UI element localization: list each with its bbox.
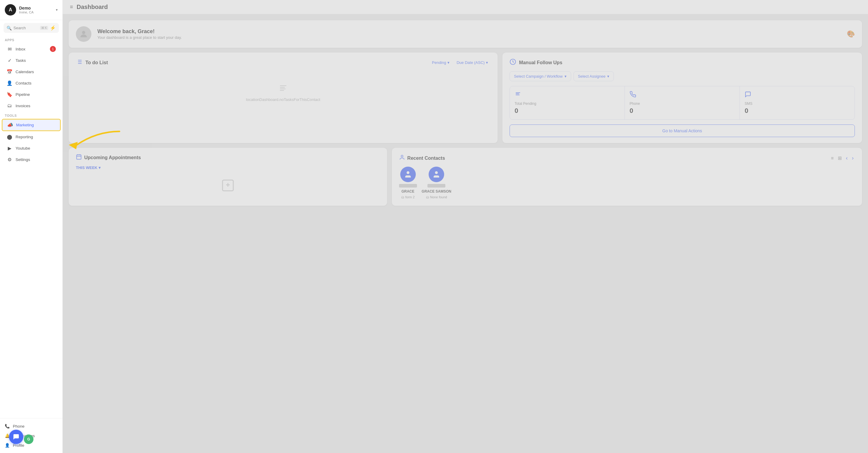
prev-contacts-btn[interactable]: ‹ — [845, 154, 849, 162]
followups-icon — [509, 59, 516, 67]
pipeline-icon: 🔖 — [7, 92, 12, 97]
invoices-icon: 🗂 — [7, 103, 12, 108]
campaign-workflow-label: Select Campaign / Workflow — [514, 74, 563, 78]
chat-bubble-btn[interactable] — [9, 430, 23, 444]
due-date-filter-btn[interactable]: Due Date (ASC) ▾ — [454, 59, 491, 66]
bottom-grid: Upcoming Appointments THIS WEEK ▾ Recent… — [69, 148, 862, 206]
sidebar-nav: Apps ✉ Inbox 1 ✓ Tasks 📅 Calendars 👤 Con… — [0, 36, 62, 453]
goto-manual-actions-btn[interactable]: Go to Manual Actions — [509, 125, 855, 137]
contact-item-grace-samson[interactable]: GRACE SAMSON 🗂 None found — [422, 167, 451, 199]
followup-selects: Select Campaign / Workflow ▾ Select Assi… — [509, 71, 855, 81]
inbox-icon: ✉ — [7, 46, 12, 52]
todo-card: To do List Pending ▾ Due Date (ASC) ▾ — [69, 53, 498, 143]
search-label: Search — [13, 26, 38, 30]
sidebar-item-youtube[interactable]: ▶ Youtube — [2, 143, 61, 154]
chevron-down-icon: ▾ — [564, 74, 567, 78]
appointments-header: Upcoming Appointments — [76, 154, 380, 161]
contact-name-blur — [399, 184, 417, 188]
contact-meta: 🗂 form 2 — [401, 195, 414, 199]
welcome-greeting: Welcome back, Grace! — [97, 28, 182, 35]
user-info: Demo Irvine, CA — [19, 6, 53, 14]
user-name: Demo — [19, 6, 53, 10]
main-content: ≡ Dashboard Welcome back, Grace! Your da… — [63, 0, 868, 453]
sidebar-item-label: Invoices — [16, 104, 30, 108]
appointments-title: Upcoming Appointments — [84, 155, 141, 160]
todo-empty-state: locationDashboard.noTasksForThisContact — [76, 71, 491, 114]
sidebar-header[interactable]: A Demo Irvine, CA ▾ — [0, 0, 62, 20]
welcome-text: Welcome back, Grace! Your dashboard is a… — [97, 28, 182, 40]
reporting-icon: ⬤ — [7, 134, 12, 140]
welcome-subtitle: Your dashboard is a great place to start… — [97, 35, 182, 40]
chevron-icon: ▾ — [447, 60, 450, 65]
sidebar-item-reporting[interactable]: ⬤ Reporting — [2, 131, 61, 142]
chevron-down-icon: ▾ — [607, 74, 609, 78]
contact-item-grace[interactable]: GRACE 🗂 form 2 — [399, 167, 417, 199]
apps-section-label: Apps — [0, 36, 62, 43]
form-icon: 🗂 — [401, 195, 404, 199]
sidebar-item-marketing[interactable]: 📣 Marketing — [2, 119, 61, 131]
recent-contacts-card: Recent Contacts ≡ ⊞ ‹ › GRACE — [392, 148, 862, 206]
sidebar-item-label: Reporting — [16, 135, 33, 139]
user-location: Irvine, CA — [19, 10, 53, 14]
contact-name-2: GRACE SAMSON — [422, 189, 451, 194]
sidebar-item-invoices[interactable]: 🗂 Invoices — [2, 100, 61, 111]
next-contacts-btn[interactable]: › — [851, 154, 855, 162]
appointments-card: Upcoming Appointments THIS WEEK ▾ — [69, 148, 387, 206]
pending-filter-btn[interactable]: Pending ▾ — [430, 59, 452, 66]
followup-stats: Total Pending 0 Phone 0 SM — [509, 86, 855, 120]
chevron-down-icon: ▾ — [99, 165, 101, 170]
stat-total-pending: Total Pending 0 — [510, 86, 625, 120]
profile-bottom-btn[interactable]: G — [24, 434, 33, 444]
campaign-workflow-select[interactable]: Select Campaign / Workflow ▾ — [509, 71, 571, 81]
palette-icon[interactable]: 🎨 — [847, 30, 855, 38]
sidebar: A Demo Irvine, CA ▾ 🔍 Search ⌘ K ⚡ Apps … — [0, 0, 63, 453]
sidebar-item-inbox[interactable]: ✉ Inbox 1 — [2, 43, 61, 55]
list-view-btn[interactable]: ≡ — [830, 154, 835, 162]
calendar-icon: 📅 — [7, 69, 12, 75]
appointments-icon — [76, 154, 82, 161]
sidebar-search[interactable]: 🔍 Search ⌘ K ⚡ — [4, 23, 59, 33]
todo-icon — [76, 59, 83, 67]
sidebar-item-tasks[interactable]: ✓ Tasks — [2, 55, 61, 66]
contact-avatar — [429, 167, 444, 182]
assignee-label: Select Assignee — [578, 74, 606, 78]
page-title: Dashboard — [77, 4, 108, 10]
contact-name: GRACE — [401, 189, 414, 194]
svg-point-0 — [82, 31, 86, 34]
content-area: Welcome back, Grace! Your dashboard is a… — [63, 14, 868, 453]
tools-section-label: Tools — [0, 111, 62, 119]
todo-filters: Pending ▾ Due Date (ASC) ▾ — [430, 59, 491, 66]
sidebar-item-pipeline[interactable]: 🔖 Pipeline — [2, 89, 61, 100]
grid-view-btn[interactable]: ⊞ — [837, 154, 843, 162]
flash-icon: ⚡ — [50, 25, 56, 31]
pending-label: Pending — [432, 60, 446, 65]
form-icon-2: 🗂 — [426, 195, 429, 199]
sidebar-item-settings[interactable]: ⚙ Settings — [2, 154, 61, 165]
sidebar-item-label: Calendars — [16, 70, 34, 74]
manual-followups-card: Manual Follow Ups Select Campaign / Work… — [502, 53, 862, 143]
this-week-filter-btn[interactable]: THIS WEEK ▾ — [76, 165, 101, 170]
total-pending-value: 0 — [515, 107, 620, 115]
sidebar-item-label: Contacts — [16, 81, 31, 86]
sidebar-item-phone[interactable]: 📞 Phone — [0, 421, 62, 431]
profile-icon: 👤 — [5, 443, 10, 448]
search-icon: 🔍 — [7, 26, 12, 30]
main-grid: To do List Pending ▾ Due Date (ASC) ▾ — [69, 53, 862, 143]
hamburger-icon[interactable]: ≡ — [70, 4, 73, 10]
avatar: A — [5, 4, 16, 15]
topbar: ≡ Dashboard — [63, 0, 868, 14]
todo-empty-text: locationDashboard.noTasksForThisContact — [246, 97, 320, 102]
chevron-icon: ▾ — [486, 60, 488, 65]
appointments-placeholder — [76, 170, 380, 200]
contact-cards-row: GRACE 🗂 form 2 GRACE SAMSON � — [399, 167, 855, 199]
sidebar-item-calendars[interactable]: 📅 Calendars — [2, 66, 61, 77]
sms-stat-icon — [745, 91, 850, 99]
this-week-label: THIS WEEK — [76, 165, 97, 170]
stat-phone: Phone 0 — [625, 86, 740, 120]
due-date-label: Due Date (ASC) — [457, 60, 485, 65]
sidebar-item-label: Marketing — [16, 123, 34, 127]
sidebar-item-label: Tasks — [16, 58, 26, 63]
recent-contacts-title: Recent Contacts — [407, 156, 445, 161]
assignee-select[interactable]: Select Assignee ▾ — [574, 71, 614, 81]
sidebar-item-contacts[interactable]: 👤 Contacts — [2, 78, 61, 89]
